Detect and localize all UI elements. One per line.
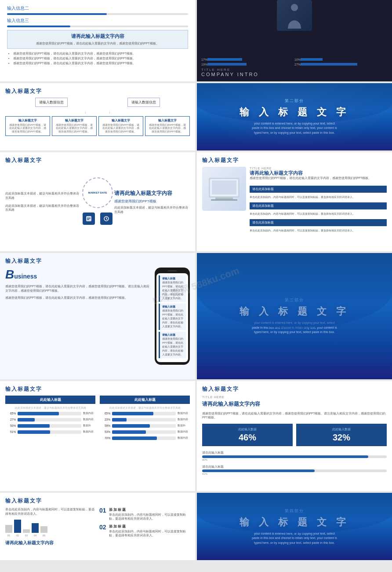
slide-11-bar-col-5: 05 [40, 526, 47, 537]
slide-10-progress-1: 请在此输入标题 90% [202, 451, 387, 461]
slide-1-bar-row-2 [7, 26, 188, 27]
slide-9-chart-2: 此处输入标题 此处添加描述文本描述，建议与标题相关并符合整体语言风格 65% 数… [100, 396, 190, 443]
slide-6-layout: TITLE HERE 请再此输入标题文字内容 感谢您使用我们的PPT模板，请在此… [202, 167, 387, 233]
slide-2-person [277, 0, 312, 31]
slide-1-section-title: 请再此输入标题文字内容 [12, 33, 183, 40]
slide-5-left-desc2: 此处添加标题文本描述，建议与标题相关并符合整体语言风格 [5, 204, 81, 213]
slide-6-btn-3-label: 请在此添加标题 [252, 220, 274, 225]
slide-5-circle: MARKET DATE [82, 177, 113, 208]
slide-4-big-title: 输 入 标 题 文 字 [240, 106, 350, 119]
slide-4-subtitle: your content is entered here, or by copy… [250, 121, 338, 136]
slide-5-right-desc: 此处添加标题文本描述，建议与标题相关并符合整体语言风格 [114, 205, 190, 214]
slide-10: 输入标题文字 TITLE HERE 请再此输入标题文字内容 感谢您使用我们的PP… [197, 381, 392, 491]
slide-2-title-here: TITLE HERE [201, 68, 388, 72]
slide-2-stats: 17% 10% 19% 27% TITLE HERE COMPANY INTRO [201, 58, 388, 77]
slide-11-bar-col-1: 01 [5, 525, 12, 537]
slide-9-bar-1-1: 65% 数据内容 [5, 411, 95, 415]
svg-point-0 [291, 4, 298, 11]
slide-11-bottom-text: 请再此输入标题文字内容 [5, 540, 96, 546]
slide-9-chart-1: 此处输入标题 此处添加描述文本描述，建议与标题相关并符合整体语言风格 65% 数… [5, 396, 95, 443]
slide-5-right-title: 请再此输入标题文字内容 [114, 190, 190, 197]
slide-7-desc1: 感谢您使用我们的PPT模板，请在此处输入需要的文字内容，感谢您使用我们的PPT模… [5, 284, 150, 293]
slide-5: 输入标题文字 此处添加标题文本描述，建议与标题相关并符合整体语言风格 此处添加标… [0, 152, 195, 252]
slide-11: 输入标题文字 单击此处添加副内，内容与标题相同时，可以直接复制粘贴，要选择有相应… [0, 493, 195, 560]
slide-5-right-subtitle: 感谢您使用我们的PPT模板 [114, 199, 190, 204]
slide-10-desc: 感谢您使用我们的PPT模板，请在此处输入需要的文字内容，感谢您使用我们的PPT模… [202, 411, 387, 419]
svg-rect-1 [86, 216, 91, 221]
slide-9-bar-2-4: 53% 数据内容 [100, 430, 190, 434]
slide-6-title-here: TITLE HERE [250, 167, 387, 170]
slide-7-text: Business 感谢您使用我们的PPT模板，请在此处输入需要的文字内容，感谢您… [5, 268, 150, 300]
slide-11-step-2: 02 添 加 标 题 单击此处添加副内，内容与标题相同时，可以直接复制粘贴，要选… [99, 524, 190, 537]
slide-1-bullet-3: 感谢您使用我们的PPT模板，请在此处输入需要的文字内容，感谢您使用我们的PPT模… [13, 61, 188, 65]
slide-6-btn-3[interactable]: 请在此添加标题 [250, 219, 387, 226]
slide-11-bar-col-2: 02 [14, 520, 21, 537]
slide-1-bullets: 感谢您使用我们的PPT模板，请在此处输入需要的文字内容，感谢您使用我们的PPT模… [7, 51, 188, 65]
slide-10-numbers-row: 此处输入数据 46% 此处输入数据 32% [202, 424, 387, 446]
slide-1: 输入信息二 输入信息三 请再此输入标题文字内容 感谢您使用我们的PPT模板，请在… [0, 0, 195, 81]
slide-11-right: 01 添 加 标 题 单击此处添加副内，内容与标题相同时，可以直接复制粘贴，要选… [99, 507, 190, 546]
slide-10-layout: TITLE HERE 请再此输入标题文字内容 感谢您使用我们的PPT模板，请在此… [202, 396, 387, 477]
slide-8: 第三部分 输 入 标 题 文 字 your content is entered… [197, 253, 392, 379]
slide-1-info-label-2: 输入信息三 [7, 18, 188, 24]
slide-6-btn-2-desc: 单击此处添加副内，内容与标题相同时，可以直接复制粘贴，要选择有相应关联词语录入。 [250, 212, 387, 216]
slide-3-org-top: 请输入数据信息 请输入数据信息 [5, 98, 190, 107]
slide-1-bullet-1: 感谢您使用我们的PPT模板，请在此处输入需要的文字内容，感谢您使用我们的PPT模… [13, 51, 188, 55]
slide-4: 第二部分 输 入 标 题 文 字 your content is entered… [197, 83, 392, 150]
slide-11-bar-col-3: 03 [23, 529, 30, 537]
slide-6-btn-2-label: 请在此添加标题 [252, 204, 274, 208]
slide-9-bar-2-3: 59% 数据外 [100, 424, 190, 428]
slide-1-bullet-2: 感谢您使用我们的PPT模板，请在此处输入需要的文字内容，感谢您使用我们的PPT模… [13, 56, 188, 60]
slide-6-btn-2[interactable]: 请在此添加标题 [250, 202, 387, 209]
slide-9: 输入标题文字 此处输入标题 此处添加描述文本描述，建议与标题相关并符合整体语言风… [0, 381, 195, 491]
slide-9-bar-1-3: 50% 数据外 [5, 424, 95, 428]
slide-5-right: 请再此输入标题文字内容 感谢您使用我们的PPT模板 此处添加标题文本描述，建议与… [114, 190, 190, 214]
laptop-icon [207, 173, 242, 204]
slide-5-market-layout: 此处添加标题文本描述，建议与标题相关并符合整体语言风格 此处添加标题文本描述，建… [5, 167, 190, 237]
slide-5-center: MARKET DATE [81, 177, 114, 227]
svg-rect-7 [212, 180, 236, 194]
slide-9-chart-1-header: 此处输入标题 [5, 396, 95, 404]
slide-5-left-desc: 此处添加标题文本描述，建议与标题相关并符合整体语言风格 [5, 191, 81, 200]
slide-6-btn-1[interactable]: 请在此添加标题 [250, 186, 387, 193]
slide-5-title: 输入标题文字 [5, 157, 190, 164]
slide-3-sub-box-4: 输入标题文字 感谢您使用我们的PPT模板，请在此处输入需要的文字内容，感谢您使用… [145, 116, 190, 136]
slide-11-title: 输入标题文字 [5, 497, 190, 505]
slide-6-image [202, 167, 246, 211]
slide-6-btn-1-label: 请在此添加标题 [252, 187, 274, 191]
slide-11-bar-col-4: 04 [32, 523, 39, 537]
slide-11-bars: 01 02 03 04 [5, 520, 96, 537]
slide-10-title: 输入标题文字 [202, 385, 387, 393]
slide-8-wave-bg [197, 253, 392, 329]
slide-7-phone-item-3: 请输入标题 感谢您使用我们的PPT模板，请在此处输入需要的文字内容，请在此处输入… [159, 332, 186, 358]
slide-2-stat-1-label: 17% [201, 58, 207, 61]
slide-3-sub-box-2: 输入标题文字 感谢您使用我们的PPT模板，请在此处输入需要的文字内容，感谢您使用… [52, 116, 97, 136]
slide-10-title-here: TITLE HERE [202, 396, 387, 399]
slide-7-phone-item-2: 请输入标题 感谢您使用我们的PPT模板，请在此处输入需要的文字内容，请在此处输入… [159, 304, 186, 330]
slide-9-chart-2-desc: 此处添加描述文本描述，建议与标题相关并符合整体语言风格 [100, 407, 190, 410]
slide-7-phone: 请输入标题 感谢您使用我们的PPT模板，请在此处输入需要的文字内容，请在此处输入… [155, 268, 190, 365]
slide-5-left: 此处添加标题文本描述，建议与标题相关并符合整体语言风格 此处添加标题文本描述，建… [5, 191, 81, 212]
slide-5-icon-1 [83, 213, 95, 225]
slide-12-subtitle: your content is entered here, or by copy… [250, 532, 338, 546]
person-silhouette-icon [286, 2, 303, 29]
slide-11-left-desc: 单击此处添加副内，内容与标题相同时，可以直接复制粘贴，要选择有相应关联词语录入。 [5, 507, 96, 516]
slide-9-title: 输入标题文字 [5, 385, 190, 393]
slide-3-sub-box-3: 输入标题文字 感谢您使用我们的PPT模板，请在此处输入需要的文字内容，感谢您使用… [98, 116, 143, 136]
slide-6-title-area: TITLE HERE 请再此输入标题文字内容 感谢您使用我们的PPT模板，请在此… [250, 167, 387, 182]
slide-7-phone-item-1: 请输入标题 感谢您使用我们的PPT模板，请在此处输入需要的文字内容，请在此处输入… [159, 275, 186, 302]
slide-3-org-bottom: 输入标题文字 感谢您使用我们的PPT模板，请在此处输入需要的文字内容，感谢您使用… [5, 116, 190, 136]
svg-rect-3 [87, 219, 89, 220]
slide-2-company-name: COMPANY INTRO [201, 72, 388, 77]
slide-12: 第四部分 输 入 标 题 文 字 your content is entered… [197, 493, 392, 560]
slide-6-btn-1-desc: 单击此处添加副内，内容与标题相同时，可以直接复制粘贴，要选择有相应关联词语录入。 [250, 195, 387, 199]
slide-2-stat-row-2: 19% 27% [201, 63, 388, 66]
slide-9-bar-2-1: 65% 数据内容 [100, 411, 190, 415]
slide-1-section-desc: 感谢您使用我们的PPT模板，请在此处输入需要的文字内容，感谢您使用我们的PPT模… [12, 41, 183, 46]
slide-2-stat-3-label: 19% [201, 63, 207, 66]
slide-6: 输入标题文字 TITLE HERE 请再此输入标题文字内容 感谢您使用我们的PP… [197, 152, 392, 252]
slide-6-btn-3-desc: 单击此处添加副内，内容与标题相同时，可以直接复制粘贴，要选择有相应关联词语录入。 [250, 229, 387, 233]
slide-7-layout: Business 感谢您使用我们的PPT模板，请在此处输入需要的文字内容，感谢您… [5, 268, 190, 365]
svg-rect-8 [215, 198, 233, 199]
slide-6-feature-desc: 感谢您使用我们的PPT模板，请在此处输入需要的文字内容，感谢您使用我们的PPT模… [250, 176, 387, 180]
